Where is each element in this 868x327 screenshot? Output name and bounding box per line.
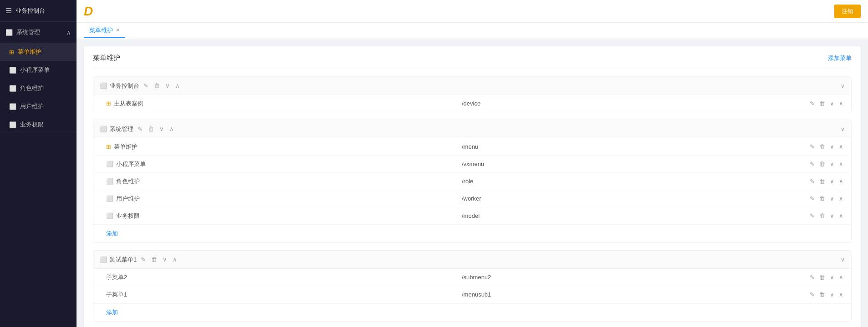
menu-delete-icon[interactable]: 🗑 xyxy=(818,142,827,151)
child-sub1-label: 子菜单1 xyxy=(106,291,127,299)
page-card: 菜单维护 添加菜单 ⬜ 业务控制台 ✎ 🗑 ∨ ∧ ∨ xyxy=(84,46,861,327)
device-delete-icon[interactable]: 🗑 xyxy=(818,99,827,108)
sys-group-delete-icon[interactable]: 🗑 xyxy=(147,125,155,133)
test-group-chevron-icon[interactable]: ∨ xyxy=(841,257,845,263)
folder-icon: ⬜ xyxy=(5,29,13,36)
vxmenu-edit-icon[interactable]: ✎ xyxy=(808,160,816,168)
biz-group-collapse-icon[interactable]: ∧ xyxy=(174,81,181,90)
sidebar-item-user-maintain[interactable]: ⬜ 用户维护 xyxy=(0,97,77,116)
page-title: 菜单维护 xyxy=(93,54,120,62)
topbar-left: D xyxy=(84,4,93,19)
sys-group-expand-icon[interactable]: ∨ xyxy=(158,125,165,133)
device-down-icon[interactable]: ∨ xyxy=(828,99,836,108)
sub2-delete-icon[interactable]: 🗑 xyxy=(818,273,827,282)
tab-menu-maintain[interactable]: 菜单维护 ✕ xyxy=(84,24,125,38)
child-model-label: 业务权限 xyxy=(116,212,140,220)
test-group-delete-icon[interactable]: 🗑 xyxy=(150,255,158,264)
child-vxmenu-label: 小程序菜单 xyxy=(116,160,146,168)
worker-down-icon[interactable]: ∨ xyxy=(828,194,836,203)
model-edit-icon[interactable]: ✎ xyxy=(808,211,816,220)
child-row-worker: ⬜ 用户维护 /worker ✎ 🗑 ∨ ∧ xyxy=(93,190,851,207)
child-row-menu: ⊞ 菜单维护 /menu ✎ 🗑 ∨ ∧ xyxy=(93,138,851,156)
menu-up-icon[interactable]: ∧ xyxy=(837,142,845,151)
model-down-icon[interactable]: ∨ xyxy=(828,211,836,220)
biz-group-edit-icon[interactable]: ✎ xyxy=(142,81,150,90)
worker-delete-icon[interactable]: 🗑 xyxy=(818,194,827,203)
app-logo: D xyxy=(84,4,93,19)
sidebar-item-mini-menu[interactable]: ⬜ 小程序菜单 xyxy=(0,61,77,79)
sidebar-item-user-maintain-label: 用户维护 xyxy=(20,102,44,111)
logout-button[interactable]: 注销 xyxy=(834,5,861,18)
biz-group-chevron-icon[interactable]: ∨ xyxy=(841,83,845,89)
sys-group-edit-icon[interactable]: ✎ xyxy=(136,125,144,133)
tab-menu-maintain-label: 菜单维护 xyxy=(89,26,113,35)
child-sub2-label: 子菜单2 xyxy=(106,273,127,282)
child-row-device: ⊞ 主从表案例 /device ✎ 🗑 ∨ ∧ xyxy=(93,95,851,112)
sidebar: ☰ 业务控制台 ⬜ 系统管理 ∧ ⊞ 菜单维护 ⬜ 小程序菜单 ⬜ 角色维护 ⬜… xyxy=(0,0,77,327)
menu-down-icon[interactable]: ∨ xyxy=(828,142,836,151)
biz-group-label: 业务控制台 xyxy=(110,82,139,90)
topbar: D 注销 xyxy=(77,0,868,23)
test-group-collapse-icon[interactable]: ∧ xyxy=(171,255,179,264)
child-row-role: ⬜ 角色维护 /role ✎ 🗑 ∨ ∧ xyxy=(93,173,851,190)
child-worker-path: /worker xyxy=(453,195,808,202)
sidebar-header[interactable]: ☰ 业务控制台 xyxy=(0,0,77,22)
role-up-icon[interactable]: ∧ xyxy=(837,177,845,186)
device-up-icon[interactable]: ∧ xyxy=(837,99,845,108)
device-edit-icon[interactable]: ✎ xyxy=(808,99,816,108)
tab-close-icon[interactable]: ✕ xyxy=(116,27,120,33)
child-row-sub2: 子菜单2 /submenu2 ✎ 🗑 ∨ ∧ xyxy=(93,269,851,286)
add-menu-button[interactable]: 添加菜单 xyxy=(828,54,852,62)
biz-group-expand-icon[interactable]: ∨ xyxy=(164,81,171,90)
sub1-up-icon[interactable]: ∧ xyxy=(837,290,845,299)
test-add-child-button[interactable]: 添加 xyxy=(100,306,124,319)
worker-edit-icon[interactable]: ✎ xyxy=(808,194,816,203)
child-row-model: ⬜ 业务权限 /model ✎ 🗑 ∨ ∧ xyxy=(93,207,851,225)
child-model-path: /model xyxy=(453,212,808,219)
child-row-vxmenu: ⬜ 小程序菜单 /vxmenu ✎ 🗑 ∨ ∧ xyxy=(93,156,851,173)
tabs-bar: 菜单维护 ✕ xyxy=(77,23,868,39)
sidebar-group-system-label: 系统管理 xyxy=(16,28,40,36)
test-group-edit-icon[interactable]: ✎ xyxy=(139,255,147,264)
sys-group-chevron-icon[interactable]: ∨ xyxy=(841,126,845,132)
sub2-up-icon[interactable]: ∧ xyxy=(837,273,845,282)
sub2-down-icon[interactable]: ∨ xyxy=(828,273,836,282)
user-icon: ⬜ xyxy=(9,103,16,110)
group-row-sys: ⬜ 系统管理 ✎ 🗑 ∨ ∧ ∨ xyxy=(93,120,851,138)
device-icon: ⊞ xyxy=(106,100,111,107)
content-area: 菜单维护 添加菜单 ⬜ 业务控制台 ✎ 🗑 ∨ ∧ ∨ xyxy=(77,39,868,327)
vxmenu-up-icon[interactable]: ∧ xyxy=(837,160,845,168)
role-child-icon: ⬜ xyxy=(106,178,113,185)
sidebar-group-system-header[interactable]: ⬜ 系统管理 ∧ xyxy=(0,22,77,43)
role-delete-icon[interactable]: 🗑 xyxy=(818,177,827,186)
vxmenu-down-icon[interactable]: ∨ xyxy=(828,160,836,168)
sys-group-collapse-icon[interactable]: ∧ xyxy=(168,125,175,133)
test-group-expand-icon[interactable]: ∨ xyxy=(161,255,168,264)
role-down-icon[interactable]: ∨ xyxy=(828,177,836,186)
sidebar-item-menu-maintain[interactable]: ⊞ 菜单维护 xyxy=(0,43,77,61)
child-sub1-path: /menusub1 xyxy=(453,291,808,298)
sub1-delete-icon[interactable]: 🗑 xyxy=(818,290,827,299)
menu-child-icon: ⊞ xyxy=(106,143,111,150)
model-delete-icon[interactable]: 🗑 xyxy=(818,211,827,220)
lock-icon: ⬜ xyxy=(9,121,16,128)
sub1-down-icon[interactable]: ∨ xyxy=(828,290,836,299)
sub1-edit-icon[interactable]: ✎ xyxy=(808,290,816,299)
role-edit-icon[interactable]: ✎ xyxy=(808,177,816,186)
sidebar-item-role-maintain[interactable]: ⬜ 角色维护 xyxy=(0,79,77,97)
worker-up-icon[interactable]: ∧ xyxy=(837,194,845,203)
sub2-edit-icon[interactable]: ✎ xyxy=(808,273,816,282)
child-sub2-path: /submenu2 xyxy=(453,274,808,281)
grid-icon: ⊞ xyxy=(9,49,14,55)
biz-group-delete-icon[interactable]: 🗑 xyxy=(153,81,161,90)
sidebar-group-system: ⬜ 系统管理 ∧ ⊞ 菜单维护 ⬜ 小程序菜单 ⬜ 角色维护 ⬜ 用户维护 ⬜ … xyxy=(0,22,77,134)
sidebar-item-biz-auth[interactable]: ⬜ 业务权限 xyxy=(0,116,77,134)
group-row-biz: ⬜ 业务控制台 ✎ 🗑 ∨ ∧ ∨ xyxy=(93,77,851,95)
vxmenu-delete-icon[interactable]: 🗑 xyxy=(818,160,827,168)
sys-add-child-button[interactable]: 添加 xyxy=(100,227,124,241)
chevron-up-icon: ∧ xyxy=(66,29,71,36)
model-up-icon[interactable]: ∧ xyxy=(837,211,845,220)
child-role-label: 角色维护 xyxy=(116,177,140,186)
menu-edit-icon[interactable]: ✎ xyxy=(808,142,816,151)
monitor-icon: ⬜ xyxy=(9,67,16,74)
